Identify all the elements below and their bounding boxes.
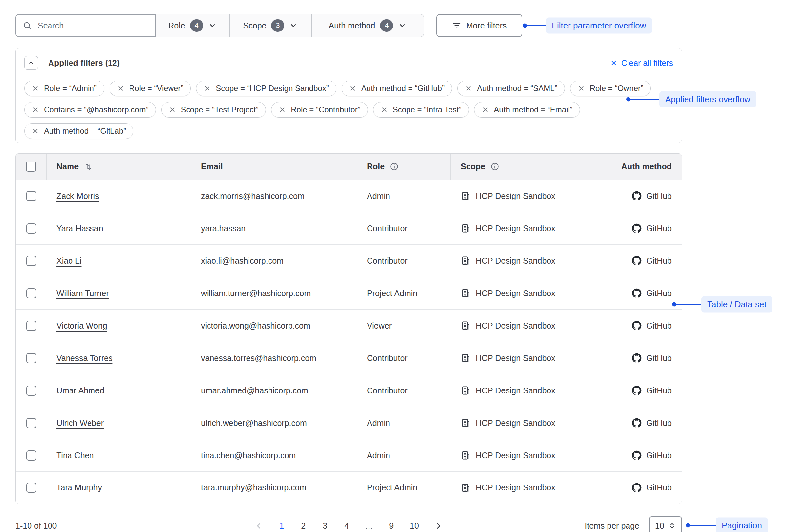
checkbox-cell — [16, 288, 47, 299]
row-checkbox[interactable] — [26, 353, 36, 363]
info-icon[interactable] — [390, 162, 399, 171]
filter-dropdowns: Role 4 Scope 3 Auth method 4 — [156, 14, 424, 37]
name-cell: Vanessa Torres — [47, 354, 191, 363]
search-input[interactable] — [37, 21, 148, 31]
applied-filter-pill[interactable]: Auth method = “Email” — [474, 102, 580, 118]
page-button-10[interactable]: 10 — [410, 521, 419, 531]
email-cell: vanessa.torres@hashicorp.com — [191, 354, 357, 363]
applied-filter-pill[interactable]: Auth method = “GitLab” — [24, 123, 133, 139]
filter-dropdown-auth-method[interactable]: Auth method 4 — [311, 14, 424, 37]
user-name-link[interactable]: Zack Morris — [56, 191, 99, 201]
more-filters-label: More filters — [466, 21, 507, 31]
user-name-link[interactable]: Yara Hassan — [56, 224, 103, 233]
row-checkbox[interactable] — [26, 385, 36, 396]
column-header-name-label: Name — [56, 162, 79, 171]
filter-dropdown-scope[interactable]: Scope 3 — [230, 14, 311, 37]
org-building-icon — [461, 321, 470, 330]
user-name-link[interactable]: Tina Chen — [56, 451, 94, 460]
previous-page-button[interactable] — [254, 521, 263, 530]
next-page-button[interactable] — [434, 521, 443, 530]
clear-icon — [610, 59, 618, 67]
pagination-bar: 1-10 of 100 1234…910 Items per page 10 — [15, 514, 682, 532]
applied-filter-pill[interactable]: Scope = “Test Project” — [161, 102, 266, 118]
search-box[interactable] — [15, 14, 156, 37]
row-checkbox[interactable] — [26, 288, 36, 299]
role-cell: Project Admin — [357, 289, 451, 298]
select-all-checkbox[interactable] — [26, 162, 36, 172]
items-per-page-label: Items per page — [584, 521, 639, 531]
applied-filter-pill[interactable]: Role = “Admin” — [24, 81, 104, 96]
github-icon — [632, 418, 641, 428]
scope-cell: HCP Design Sandbox — [451, 483, 595, 493]
name-cell: Zack Morris — [47, 191, 191, 201]
column-header-name[interactable]: Name — [47, 154, 191, 179]
dismiss-icon — [482, 106, 489, 113]
annotation-line — [527, 25, 546, 26]
row-checkbox[interactable] — [26, 418, 36, 428]
count-badge: 4 — [380, 19, 393, 32]
items-per-page: Items per page 10 — [584, 516, 682, 532]
column-header-email-label: Email — [201, 162, 223, 171]
applied-filter-pill[interactable]: Auth method = “SAML” — [457, 81, 565, 96]
applied-filter-pill[interactable]: Role = “Viewer” — [109, 81, 191, 96]
auth-method-label: GitHub — [646, 386, 672, 395]
applied-filter-pill[interactable]: Auth method = “GitHub” — [342, 81, 452, 96]
applied-filter-pill[interactable]: Contains = “@hashicorp.com” — [24, 102, 156, 118]
collapse-button[interactable] — [24, 56, 38, 70]
dismiss-icon — [169, 106, 176, 113]
scope-label: HCP Design Sandbox — [476, 483, 556, 492]
annotation-dot — [626, 97, 631, 101]
role-cell: Project Admin — [357, 483, 451, 492]
dismiss-icon — [32, 85, 39, 92]
user-name-link[interactable]: Tara Murphy — [56, 483, 102, 492]
email-cell: tara.murphy@hashicorp.com — [191, 483, 357, 492]
applied-filter-pill[interactable]: Scope = “Infra Test” — [373, 102, 469, 118]
github-icon — [632, 223, 641, 233]
chevron-down-icon — [208, 21, 217, 30]
applied-filter-pill[interactable]: Scope = “HCP Design Sandbox” — [196, 81, 336, 96]
auth-method-cell: GitHub — [595, 321, 682, 330]
checkbox-cell — [16, 451, 47, 461]
row-checkbox[interactable] — [26, 482, 36, 493]
chevrons-up-down-icon — [668, 522, 676, 530]
table-row: Xiao Li xiao.li@hashicorp.com Contributo… — [16, 245, 682, 277]
chevron-down-icon — [398, 21, 406, 30]
user-name-link[interactable]: Ulrich Weber — [56, 418, 104, 428]
page-button-3[interactable]: 3 — [322, 521, 328, 531]
pill-label: Scope = “Infra Test” — [393, 105, 461, 114]
more-filters-button[interactable]: More filters — [436, 14, 522, 37]
filter-dropdown-role[interactable]: Role 4 — [156, 14, 230, 37]
applied-filter-pill[interactable]: Role = “Contributor” — [271, 102, 367, 118]
page-button-4[interactable]: 4 — [343, 521, 350, 531]
row-checkbox[interactable] — [26, 451, 36, 461]
pill-label: Role = “Admin” — [44, 84, 97, 93]
table-row: Umar Ahmed umar.ahmed@hashicorp.com Cont… — [16, 375, 682, 407]
user-name-link[interactable]: Vanessa Torres — [56, 354, 112, 363]
table-body: Zack Morris zack.morris@hashicorp.com Ad… — [16, 180, 682, 504]
dismiss-icon — [578, 85, 585, 92]
checkbox-cell — [16, 256, 47, 266]
user-name-link[interactable]: Xiao Li — [56, 256, 81, 266]
page-button-1[interactable]: 1 — [278, 521, 285, 531]
header-checkbox-cell — [16, 154, 47, 179]
page-button-9[interactable]: 9 — [388, 521, 395, 531]
checkbox-cell — [16, 223, 47, 233]
row-checkbox[interactable] — [26, 256, 36, 266]
annotation-label: Filter parameter overflow — [546, 18, 652, 34]
checkbox-cell — [16, 191, 47, 201]
user-name-link[interactable]: William Turner — [56, 289, 109, 298]
row-checkbox[interactable] — [26, 321, 36, 331]
email-cell: zack.morris@hashicorp.com — [191, 191, 357, 201]
table-row: Vanessa Torres vanessa.torres@hashicorp.… — [16, 342, 682, 375]
org-building-icon — [461, 256, 470, 266]
clear-all-filters-button[interactable]: Clear all filters — [610, 58, 673, 68]
row-checkbox[interactable] — [26, 223, 36, 233]
auth-method-label: GitHub — [646, 321, 672, 330]
row-checkbox[interactable] — [26, 191, 36, 201]
user-name-link[interactable]: Umar Ahmed — [56, 386, 104, 395]
items-per-page-select[interactable]: 10 — [649, 516, 682, 532]
info-icon[interactable] — [490, 162, 499, 171]
user-name-link[interactable]: Victoria Wong — [56, 321, 107, 330]
scope-cell: HCP Design Sandbox — [451, 321, 595, 330]
page-button-2[interactable]: 2 — [300, 521, 307, 531]
